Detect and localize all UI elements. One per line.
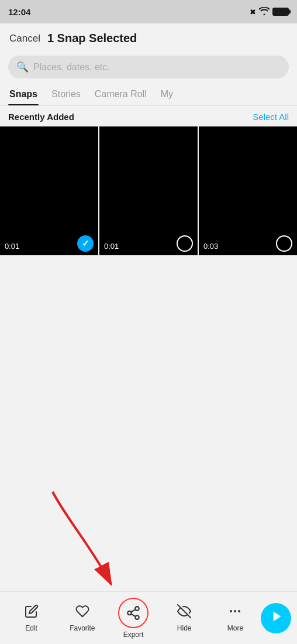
tabs-bar: Snaps Stories Camera Roll My xyxy=(0,84,297,106)
annotation-arrow xyxy=(18,480,146,597)
snap-duration-2: 0:01 xyxy=(104,242,119,251)
send-icon xyxy=(271,610,284,626)
export-label: Export xyxy=(123,631,144,639)
status-bar: 12:04 ✖ xyxy=(0,0,297,23)
battery-icon xyxy=(272,8,289,16)
search-icon: 🔍 xyxy=(16,61,29,73)
snap-item-2[interactable]: 0:01 xyxy=(99,126,198,255)
cancel-button[interactable]: Cancel xyxy=(9,33,40,44)
snap-selector-1[interactable]: ✓ xyxy=(77,235,94,252)
page-title: 1 Snap Selected xyxy=(47,32,288,45)
tab-stories[interactable]: Stories xyxy=(50,84,82,105)
toolbar-favorite[interactable]: Favorite xyxy=(57,604,108,632)
wifi-icon xyxy=(259,7,270,17)
tab-snaps[interactable]: Snaps xyxy=(8,84,39,105)
toolbar-export[interactable]: Export xyxy=(108,598,158,639)
send-button[interactable] xyxy=(261,603,291,633)
section-header: Recently Added Select All xyxy=(0,106,297,126)
snap-item-1[interactable]: 0:01 ✓ xyxy=(0,126,98,255)
snap-duration-1: 0:01 xyxy=(5,242,19,251)
snap-duration-3: 0:03 xyxy=(203,242,218,251)
export-icon-wrap xyxy=(118,598,148,628)
toolbar-edit[interactable]: Edit xyxy=(6,604,57,632)
bottom-toolbar: Edit Favorite Export xyxy=(0,591,297,644)
svg-point-9 xyxy=(238,610,240,612)
status-icons: ✖ xyxy=(250,7,289,17)
tab-camera-roll[interactable]: Camera Roll xyxy=(94,84,148,105)
snap-item-3[interactable]: 0:03 xyxy=(199,126,297,255)
search-bar[interactable]: 🔍 Places, dates, etc. xyxy=(8,56,289,78)
hide-label: Hide xyxy=(177,624,192,632)
more-label: More xyxy=(227,624,243,632)
section-label: Recently Added xyxy=(8,112,74,122)
status-time: 12:04 xyxy=(8,7,30,17)
select-all-button[interactable]: Select All xyxy=(253,112,289,122)
edit-icon xyxy=(25,604,39,622)
hide-icon xyxy=(177,604,191,622)
svg-line-5 xyxy=(131,609,135,612)
svg-marker-10 xyxy=(273,611,281,621)
header: Cancel 1 Snap Selected xyxy=(0,23,297,51)
svg-point-8 xyxy=(234,610,236,612)
more-icon xyxy=(228,604,242,622)
toolbar-more[interactable]: More xyxy=(210,604,261,632)
snap-selector-3[interactable] xyxy=(276,235,292,252)
tab-my[interactable]: My xyxy=(160,84,174,105)
search-container: 🔍 Places, dates, etc. xyxy=(0,51,297,84)
svg-line-4 xyxy=(131,614,135,616)
edit-label: Edit xyxy=(25,624,37,632)
svg-point-7 xyxy=(230,610,232,612)
snap-selector-2[interactable] xyxy=(177,235,193,252)
snaps-grid: 0:01 ✓ 0:01 0:03 xyxy=(0,126,297,255)
signal-icon: ✖ xyxy=(250,8,256,16)
toolbar-hide[interactable]: Hide xyxy=(159,604,210,632)
search-placeholder: Places, dates, etc. xyxy=(33,62,110,73)
favorite-label: Favorite xyxy=(70,624,95,632)
favorite-icon xyxy=(75,604,89,622)
check-icon-1: ✓ xyxy=(82,238,89,249)
